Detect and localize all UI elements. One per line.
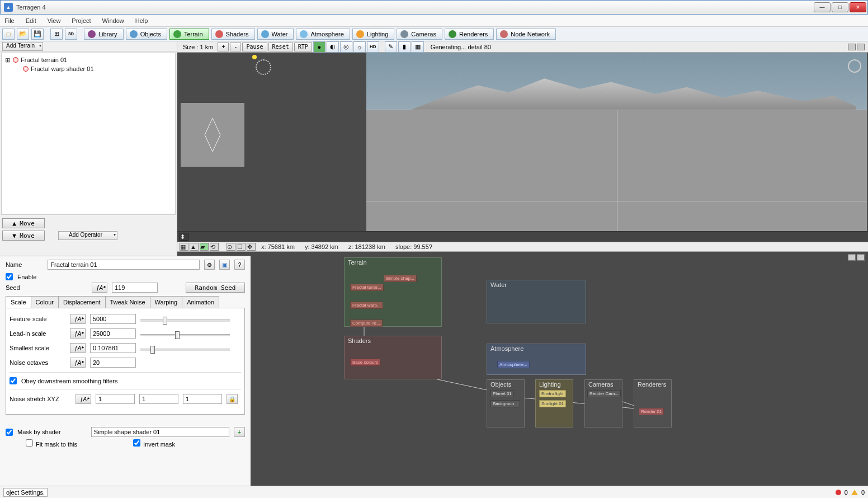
axis-gizmo-icon[interactable] xyxy=(848,59,861,73)
minimize-button[interactable]: — xyxy=(814,2,831,12)
tool-icon[interactable]: ⟲ xyxy=(210,243,219,251)
graph-node[interactable]: Backgroun... xyxy=(490,400,520,407)
graph-node[interactable]: Fractal warp... xyxy=(350,302,383,309)
name-input[interactable] xyxy=(48,260,200,270)
terrain-button[interactable]: Terrain xyxy=(169,29,209,40)
expand-icon[interactable]: ⊞ xyxy=(4,57,11,64)
panel-detach-icon[interactable] xyxy=(848,44,856,50)
menu-file[interactable]: File xyxy=(4,17,15,24)
panel-detach-icon[interactable] xyxy=(848,254,856,261)
mask-by-shader-checkbox[interactable] xyxy=(6,429,13,436)
node-network-button[interactable]: Node Network xyxy=(496,29,556,40)
feature-scale-input[interactable] xyxy=(90,314,136,324)
feature-scale-slider[interactable] xyxy=(140,316,241,322)
objects-button[interactable]: Objects xyxy=(126,29,167,40)
func-button[interactable]: ƒA xyxy=(70,343,86,353)
tool-icon[interactable]: ✥ xyxy=(247,243,256,251)
random-seed-button[interactable]: Random Seed xyxy=(186,283,245,293)
new-file-icon[interactable]: □ xyxy=(2,29,15,40)
noise-stretch-z[interactable] xyxy=(183,394,222,404)
lighting-button[interactable]: Lighting xyxy=(352,29,395,40)
nav-gizmo-icon[interactable] xyxy=(256,59,271,75)
noise-stretch-y[interactable] xyxy=(139,394,178,404)
func-button[interactable]: ƒA xyxy=(70,314,86,324)
func-button[interactable]: ƒA xyxy=(70,328,86,339)
leadin-scale-slider[interactable] xyxy=(140,331,241,336)
pause-button[interactable]: Pause xyxy=(242,43,267,51)
invert-mask-checkbox[interactable] xyxy=(133,439,140,447)
vp-option-icon[interactable]: ● xyxy=(313,41,326,53)
menu-view[interactable]: View xyxy=(48,17,61,24)
tab-displacement[interactable]: Displacement xyxy=(58,296,106,308)
vp-option-icon[interactable]: ☼ xyxy=(353,41,366,53)
node-group-atmosphere[interactable]: AtmosphereAtmosphere... xyxy=(487,344,586,375)
node-group-objects[interactable]: ObjectsPlanet 01Backgroun... xyxy=(487,379,525,427)
save-file-icon[interactable]: 💾 xyxy=(31,29,44,40)
tool-icon[interactable]: ⊙ xyxy=(227,243,235,251)
tab-tweak-noise[interactable]: Tweak Noise xyxy=(105,296,150,308)
add-operator-button[interactable]: Add Operator xyxy=(58,231,117,240)
seed-input[interactable] xyxy=(112,283,158,293)
vp-brush-icon[interactable]: ✎ xyxy=(385,41,397,53)
tab-warping[interactable]: Warping xyxy=(150,296,183,308)
split-icon[interactable]: ⬍ xyxy=(180,233,188,241)
noise-stretch-x[interactable] xyxy=(96,394,135,404)
noise-octaves-input[interactable] xyxy=(90,358,136,368)
vp-option-icon[interactable]: ◎ xyxy=(340,41,352,53)
graph-node[interactable]: Compute Te... xyxy=(350,320,383,327)
graph-node[interactable]: Simple shap... xyxy=(384,275,417,282)
graph-node[interactable]: Render Cam... xyxy=(587,390,621,397)
tool-icon[interactable]: ▰ xyxy=(200,243,209,251)
seed-func-button[interactable]: ƒA xyxy=(92,283,107,293)
open-file-icon[interactable]: 📂 xyxy=(17,29,29,40)
graph-node[interactable]: Base colours xyxy=(350,359,380,366)
vp-hd-icon[interactable]: HD xyxy=(367,41,379,53)
vp-option-icon[interactable]: ◐ xyxy=(327,41,339,53)
preview-thumbnail[interactable] xyxy=(181,103,244,167)
smallest-scale-slider[interactable] xyxy=(140,345,241,351)
panel-max-icon[interactable] xyxy=(857,254,865,261)
enable-checkbox[interactable] xyxy=(6,273,13,280)
viewport-3d[interactable] xyxy=(177,53,868,232)
fit-mask-checkbox[interactable] xyxy=(26,439,33,447)
tab-colour[interactable]: Colour xyxy=(31,296,59,308)
help-icon[interactable]: ? xyxy=(234,260,245,270)
node-group-renderers[interactable]: RenderersRender 01 xyxy=(634,379,672,427)
zoom-in-button[interactable]: + xyxy=(218,43,229,51)
graph-node[interactable]: Enviro light xyxy=(539,390,566,397)
func-button[interactable]: ƒA xyxy=(70,358,86,368)
menu-window[interactable]: Window xyxy=(102,17,124,24)
vp-grid-icon[interactable]: ▦ xyxy=(412,41,424,53)
lock-xyz-icon[interactable]: 🔒 xyxy=(227,394,238,404)
menu-help[interactable]: Help xyxy=(135,17,148,24)
view-3d-icon[interactable]: 3D xyxy=(65,29,77,40)
smallest-scale-input[interactable] xyxy=(90,343,136,353)
node-group-shaders[interactable]: ShadersBase colours xyxy=(344,336,442,379)
cameras-button[interactable]: Cameras xyxy=(397,29,442,40)
graph-node[interactable]: Render 01 xyxy=(639,408,664,415)
maximize-button[interactable]: □ xyxy=(832,2,848,12)
renderers-button[interactable]: Renderers xyxy=(445,29,494,40)
water-button[interactable]: Water xyxy=(257,29,294,40)
atmosphere-button[interactable]: Atmosphere xyxy=(296,29,350,40)
warning-icon[interactable] xyxy=(851,490,858,495)
library-button[interactable]: Library xyxy=(84,29,124,40)
menu-edit[interactable]: Edit xyxy=(26,17,36,24)
node-group-cameras[interactable]: CamerasRender Cam... xyxy=(584,379,622,427)
node-group-water[interactable]: Water xyxy=(487,280,586,323)
tab-animation[interactable]: Animation xyxy=(182,296,219,308)
terrain-tree[interactable]: ⊞ Fractal terrain 01 Fractal warp shader… xyxy=(1,53,176,215)
tool-icon[interactable]: ▲ xyxy=(190,243,199,251)
tab-scale[interactable]: Scale xyxy=(6,296,31,308)
panel-max-icon[interactable] xyxy=(857,44,865,50)
graph-node[interactable]: Planet 01 xyxy=(490,390,514,397)
tool-icon[interactable]: ☐ xyxy=(237,243,246,251)
move-down-button[interactable]: ▼ Move xyxy=(2,231,45,241)
menu-project[interactable]: Project xyxy=(72,17,91,24)
obey-checkbox[interactable] xyxy=(10,377,17,384)
preview-icon[interactable]: ▣ xyxy=(219,260,230,270)
view-quad-icon[interactable]: ⊞ xyxy=(50,29,63,40)
leadin-scale-input[interactable] xyxy=(90,328,136,339)
graph-node[interactable]: Atmosphere... xyxy=(497,361,530,368)
node-group-lighting[interactable]: LightingEnviro lightSunlight 01 xyxy=(535,379,573,427)
